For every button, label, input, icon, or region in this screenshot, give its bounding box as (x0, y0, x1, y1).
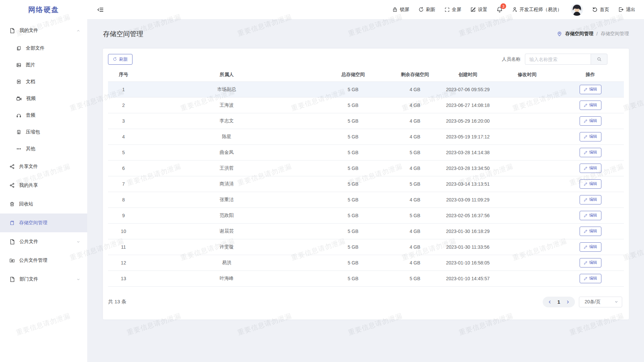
edit-button[interactable]: 编辑 (580, 101, 601, 110)
table-row[interactable]: 10谢晨芸5 GB4 GB2023-01-30 16:18:29 编辑 (108, 223, 624, 239)
sidebar-item-label: 共享文件 (19, 164, 38, 170)
edit-button[interactable]: 编辑 (580, 116, 601, 126)
sidebar-item-images[interactable]: 图片 (0, 57, 87, 73)
table-row[interactable]: 12易洪5 GB4 GB2023-01-10 16:58:05 编辑 (108, 255, 624, 270)
table-row[interactable]: 13叶海峰5 GB5 GB2023-01-10 14:45:57 编辑 (108, 270, 624, 286)
edit-button[interactable]: 编辑 (580, 148, 601, 157)
storage-card: 刷新 人员名称 (103, 49, 629, 319)
page-size-select[interactable]: 20条/页 (579, 297, 622, 307)
cell-actions: 编辑 (557, 192, 624, 207)
edit-button[interactable]: 编辑 (580, 211, 601, 220)
avatar[interactable] (571, 4, 583, 16)
user-menu[interactable]: 开发工程师（易洪） (512, 7, 562, 13)
edit-label: 编辑 (589, 165, 597, 171)
sidebar-item-label: 视频 (26, 96, 36, 102)
home-label: 首页 (600, 7, 609, 13)
sidebar-collapse-button[interactable] (97, 6, 104, 13)
refresh-page-button[interactable]: 刷新 (418, 7, 435, 13)
search-input[interactable] (525, 54, 591, 65)
sidebar-item-documents[interactable]: 文档 (0, 73, 87, 90)
sidebar-item-my-shares[interactable]: 我的共享 (0, 176, 87, 195)
edit-button[interactable]: 编辑 (580, 195, 601, 204)
cell-free-space: 4 GB (392, 129, 438, 144)
table-row[interactable]: 1市场副总5 GB4 GB2023-07-06 09:55:29 编辑 (108, 81, 624, 97)
cell-modified-time (497, 144, 557, 160)
content: 存储空间管理 存储空间管理 / 存储空间管理 刷新 人员名称 (87, 19, 644, 362)
col-index: 序号 (108, 68, 139, 81)
app-logo: 网络硬盘 (0, 0, 87, 19)
table-row[interactable]: 11许雯璇5 GB4 GB2023-01-30 11:33:56 编辑 (108, 239, 624, 255)
table-row[interactable]: 9范政阳5 GB5 GB2023-02-05 16:37:56 编辑 (108, 207, 624, 223)
cell-free-space: 5 GB (392, 270, 438, 286)
edit-button[interactable]: 编辑 (580, 85, 601, 94)
sidebar-item-public-file-management[interactable]: 公共文件管理 (0, 251, 87, 270)
lock-screen-button[interactable]: 锁屏 (392, 7, 409, 13)
cell-created-time: 2023-01-30 11:33:56 (438, 239, 497, 255)
cell-actions: 编辑 (557, 144, 624, 160)
pencil-icon (584, 261, 588, 265)
logout-button[interactable]: 退出 (618, 7, 635, 13)
table-row[interactable]: 7商清清5 GB5 GB2023-03-14 13:13:51 编辑 (108, 176, 624, 192)
sidebar-item-my-files[interactable]: 我的文件 (0, 21, 87, 40)
breadcrumb-separator: / (596, 31, 598, 37)
edit-label: 编辑 (589, 197, 597, 202)
next-page-button[interactable] (566, 300, 570, 304)
edit-button[interactable]: 编辑 (580, 132, 601, 141)
edit-label: 编辑 (589, 276, 597, 281)
edit-button[interactable]: 编辑 (580, 258, 601, 267)
cell-index: 11 (108, 239, 139, 255)
pencil-icon (584, 182, 588, 186)
search-button[interactable] (591, 54, 607, 65)
table-row[interactable]: 8张重洁5 GB4 GB2023-03-09 11:09:29 编辑 (108, 192, 624, 207)
cell-created-time: 2023-03-28 14:14:38 (438, 144, 497, 160)
cell-free-space: 4 GB (392, 192, 438, 207)
home-button[interactable]: 首页 (592, 7, 609, 13)
sidebar-item-all-files[interactable]: 全部文件 (0, 40, 87, 57)
edit-label: 编辑 (589, 102, 597, 108)
edit-button[interactable]: 编辑 (580, 164, 601, 173)
cell-free-space: 4 GB (392, 97, 438, 113)
sidebar-item-others[interactable]: 其他 (0, 140, 87, 157)
app-root: 网络硬盘 我的文件 全部文件 图片 文档 视频 (0, 0, 644, 362)
notifications-button[interactable]: 3 (496, 6, 503, 13)
cell-owner: 叶海峰 (139, 270, 314, 286)
card-toolbar: 刷新 人员名称 (103, 49, 629, 68)
table-row[interactable]: 4陈星5 GB4 GB2023-05-19 19:17:12 编辑 (108, 129, 624, 144)
pencil-icon (584, 87, 588, 92)
cell-total-space: 5 GB (314, 192, 392, 207)
fullscreen-button[interactable]: 全屏 (444, 7, 461, 13)
edit-button[interactable]: 编辑 (580, 179, 601, 189)
sidebar-item-label: 部门文件 (19, 276, 38, 282)
edit-button[interactable]: 编辑 (580, 274, 601, 283)
refresh-table-button[interactable]: 刷新 (108, 54, 132, 65)
sidebar-item-storage-management[interactable]: 存储空间管理 (0, 214, 87, 232)
sidebar-item-recycle-bin[interactable]: 回收站 (0, 195, 87, 214)
sidebar-item-archives[interactable]: 压缩包 (0, 124, 87, 140)
cell-total-space: 5 GB (314, 176, 392, 192)
table-row[interactable]: 3李志文5 GB4 GB2023-05-29 16:20:00 编辑 (108, 113, 624, 129)
table-row[interactable]: 2王海波5 GB4 GB2023-06-27 14:08:18 编辑 (108, 97, 624, 113)
avatar-image (571, 4, 583, 16)
edit-label: 编辑 (589, 213, 597, 218)
sidebar-item-public-files[interactable]: 公共文件 (0, 232, 87, 251)
cell-actions: 编辑 (557, 160, 624, 176)
cell-created-time: 2023-01-10 16:58:05 (438, 255, 497, 270)
table-row[interactable]: 5曲金凤5 GB5 GB2023-03-28 14:14:38 编辑 (108, 144, 624, 160)
prev-page-button[interactable] (547, 300, 552, 304)
sidebar-item-department-files[interactable]: 部门文件 (0, 270, 87, 289)
cell-created-time: 2023-03-28 13:34:50 (438, 160, 497, 176)
cell-total-space: 5 GB (314, 144, 392, 160)
table-header: 序号 所属人 总存储空间 剩余存储空间 创建时间 修改时间 操作 (108, 68, 624, 81)
sidebar-item-shared-files[interactable]: 共享文件 (0, 157, 87, 176)
breadcrumb-item[interactable]: 存储空间管理 (565, 31, 593, 37)
sidebar-item-audio[interactable]: 音频 (0, 107, 87, 124)
table-row[interactable]: 6王洪哲5 GB4 GB2023-03-28 13:34:50 编辑 (108, 160, 624, 176)
edit-button[interactable]: 编辑 (580, 227, 601, 236)
sidebar-item-videos[interactable]: 视频 (0, 90, 87, 107)
cell-owner: 商清清 (139, 176, 314, 192)
cell-created-time: 2023-06-27 14:08:18 (438, 97, 497, 113)
edit-button[interactable]: 编辑 (580, 242, 601, 252)
current-page[interactable]: 1 (557, 299, 560, 305)
cell-index: 9 (108, 207, 139, 223)
settings-button[interactable]: 设置 (470, 7, 487, 13)
